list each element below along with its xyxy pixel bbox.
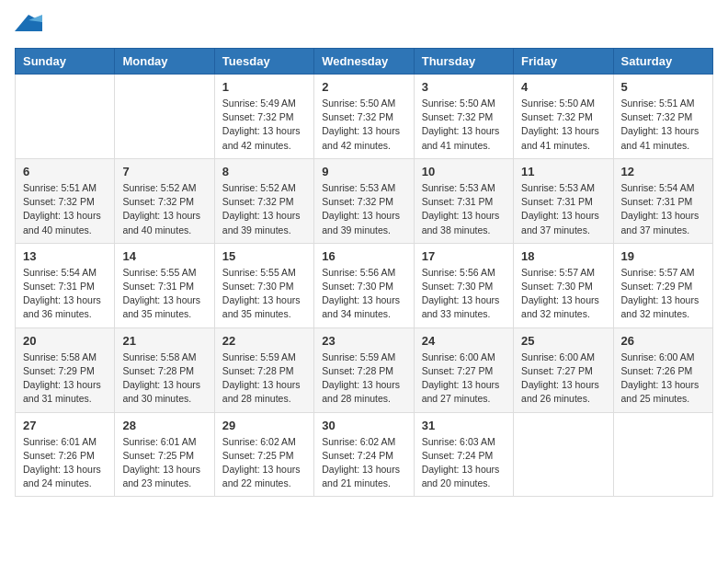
day-info: Sunrise: 5:58 AMSunset: 7:28 PMDaylight:… bbox=[122, 350, 206, 407]
calendar-cell: 21Sunrise: 5:58 AMSunset: 7:28 PMDayligh… bbox=[115, 327, 214, 412]
day-info: Sunrise: 5:50 AMSunset: 7:32 PMDaylight:… bbox=[322, 97, 405, 153]
day-number: 5 bbox=[621, 80, 705, 94]
day-info: Sunrise: 6:00 AMSunset: 7:27 PMDaylight:… bbox=[422, 350, 506, 407]
day-info: Sunrise: 5:54 AMSunset: 7:31 PMDaylight:… bbox=[23, 266, 107, 322]
day-info: Sunrise: 5:54 AMSunset: 7:31 PMDaylight:… bbox=[621, 181, 705, 237]
calendar-cell bbox=[514, 412, 613, 497]
day-info: Sunrise: 5:53 AMSunset: 7:31 PMDaylight:… bbox=[521, 181, 605, 237]
day-number: 3 bbox=[422, 80, 506, 94]
weekday-header: Saturday bbox=[613, 49, 712, 75]
calendar-cell: 4Sunrise: 5:50 AMSunset: 7:32 PMDaylight… bbox=[514, 75, 613, 159]
calendar-cell: 19Sunrise: 5:57 AMSunset: 7:29 PMDayligh… bbox=[613, 243, 712, 327]
day-number: 27 bbox=[23, 419, 107, 432]
calendar-cell bbox=[613, 412, 712, 497]
day-info: Sunrise: 6:02 AMSunset: 7:25 PMDaylight:… bbox=[222, 435, 306, 491]
day-info: Sunrise: 5:57 AMSunset: 7:29 PMDaylight:… bbox=[621, 266, 705, 322]
day-info: Sunrise: 5:57 AMSunset: 7:30 PMDaylight:… bbox=[521, 266, 605, 322]
day-number: 16 bbox=[322, 249, 405, 263]
day-number: 28 bbox=[122, 419, 206, 432]
day-number: 17 bbox=[422, 249, 506, 263]
day-number: 6 bbox=[23, 165, 107, 178]
calendar-header-row: SundayMondayTuesdayWednesdayThursdayFrid… bbox=[16, 49, 713, 75]
logo-icon bbox=[15, 15, 42, 37]
day-info: Sunrise: 5:49 AMSunset: 7:32 PMDaylight:… bbox=[222, 97, 306, 153]
day-number: 25 bbox=[521, 334, 605, 348]
calendar-cell: 5Sunrise: 5:51 AMSunset: 7:32 PMDaylight… bbox=[613, 75, 712, 159]
calendar-cell: 26Sunrise: 6:00 AMSunset: 7:26 PMDayligh… bbox=[613, 327, 712, 412]
day-number: 21 bbox=[122, 334, 206, 348]
day-info: Sunrise: 6:00 AMSunset: 7:27 PMDaylight:… bbox=[521, 350, 605, 407]
day-info: Sunrise: 5:51 AMSunset: 7:32 PMDaylight:… bbox=[621, 97, 705, 153]
calendar-cell: 31Sunrise: 6:03 AMSunset: 7:24 PMDayligh… bbox=[414, 412, 513, 497]
calendar-cell: 11Sunrise: 5:53 AMSunset: 7:31 PMDayligh… bbox=[514, 158, 613, 243]
day-number: 1 bbox=[222, 80, 306, 94]
calendar-cell: 1Sunrise: 5:49 AMSunset: 7:32 PMDaylight… bbox=[214, 75, 313, 159]
day-info: Sunrise: 5:53 AMSunset: 7:32 PMDaylight:… bbox=[322, 181, 405, 237]
day-info: Sunrise: 5:53 AMSunset: 7:31 PMDaylight:… bbox=[422, 181, 506, 237]
weekday-header: Tuesday bbox=[214, 49, 313, 75]
calendar-cell: 24Sunrise: 6:00 AMSunset: 7:27 PMDayligh… bbox=[414, 327, 513, 412]
calendar-week-row: 13Sunrise: 5:54 AMSunset: 7:31 PMDayligh… bbox=[16, 243, 713, 327]
day-number: 2 bbox=[322, 80, 405, 94]
day-number: 8 bbox=[222, 165, 306, 178]
calendar-cell: 6Sunrise: 5:51 AMSunset: 7:32 PMDaylight… bbox=[16, 158, 115, 243]
day-info: Sunrise: 6:00 AMSunset: 7:26 PMDaylight:… bbox=[621, 350, 705, 407]
day-info: Sunrise: 5:59 AMSunset: 7:28 PMDaylight:… bbox=[222, 350, 306, 407]
calendar: SundayMondayTuesdayWednesdayThursdayFrid… bbox=[15, 48, 713, 497]
day-info: Sunrise: 5:50 AMSunset: 7:32 PMDaylight:… bbox=[422, 97, 506, 153]
day-number: 26 bbox=[621, 334, 705, 348]
weekday-header: Sunday bbox=[16, 49, 115, 75]
calendar-cell: 17Sunrise: 5:56 AMSunset: 7:30 PMDayligh… bbox=[414, 243, 513, 327]
calendar-cell: 2Sunrise: 5:50 AMSunset: 7:32 PMDaylight… bbox=[314, 75, 414, 159]
day-info: Sunrise: 5:59 AMSunset: 7:28 PMDaylight:… bbox=[322, 350, 405, 407]
calendar-cell: 13Sunrise: 5:54 AMSunset: 7:31 PMDayligh… bbox=[16, 243, 115, 327]
calendar-cell: 30Sunrise: 6:02 AMSunset: 7:24 PMDayligh… bbox=[314, 412, 414, 497]
calendar-cell: 20Sunrise: 5:58 AMSunset: 7:29 PMDayligh… bbox=[16, 327, 115, 412]
page-header bbox=[15, 15, 713, 37]
day-number: 23 bbox=[322, 334, 405, 348]
day-number: 18 bbox=[521, 249, 605, 263]
calendar-cell: 18Sunrise: 5:57 AMSunset: 7:30 PMDayligh… bbox=[514, 243, 613, 327]
calendar-week-row: 1Sunrise: 5:49 AMSunset: 7:32 PMDaylight… bbox=[16, 75, 713, 159]
calendar-cell: 14Sunrise: 5:55 AMSunset: 7:31 PMDayligh… bbox=[115, 243, 214, 327]
day-info: Sunrise: 5:52 AMSunset: 7:32 PMDaylight:… bbox=[222, 181, 306, 237]
calendar-cell: 10Sunrise: 5:53 AMSunset: 7:31 PMDayligh… bbox=[414, 158, 513, 243]
day-number: 14 bbox=[122, 249, 206, 263]
day-number: 13 bbox=[23, 249, 107, 263]
day-info: Sunrise: 5:51 AMSunset: 7:32 PMDaylight:… bbox=[23, 181, 107, 237]
weekday-header: Friday bbox=[514, 49, 613, 75]
day-number: 22 bbox=[222, 334, 306, 348]
day-number: 30 bbox=[322, 419, 405, 432]
day-number: 31 bbox=[422, 419, 506, 432]
calendar-cell: 15Sunrise: 5:55 AMSunset: 7:30 PMDayligh… bbox=[214, 243, 313, 327]
calendar-week-row: 27Sunrise: 6:01 AMSunset: 7:26 PMDayligh… bbox=[16, 412, 713, 497]
day-info: Sunrise: 5:52 AMSunset: 7:32 PMDaylight:… bbox=[122, 181, 206, 237]
day-info: Sunrise: 5:58 AMSunset: 7:29 PMDaylight:… bbox=[23, 350, 107, 407]
day-info: Sunrise: 6:01 AMSunset: 7:25 PMDaylight:… bbox=[122, 435, 206, 491]
day-number: 9 bbox=[322, 165, 405, 178]
calendar-cell: 3Sunrise: 5:50 AMSunset: 7:32 PMDaylight… bbox=[414, 75, 513, 159]
calendar-cell: 8Sunrise: 5:52 AMSunset: 7:32 PMDaylight… bbox=[214, 158, 313, 243]
calendar-cell: 28Sunrise: 6:01 AMSunset: 7:25 PMDayligh… bbox=[115, 412, 214, 497]
calendar-cell: 25Sunrise: 6:00 AMSunset: 7:27 PMDayligh… bbox=[514, 327, 613, 412]
calendar-cell: 7Sunrise: 5:52 AMSunset: 7:32 PMDaylight… bbox=[115, 158, 214, 243]
day-info: Sunrise: 6:02 AMSunset: 7:24 PMDaylight:… bbox=[322, 435, 405, 491]
day-info: Sunrise: 6:01 AMSunset: 7:26 PMDaylight:… bbox=[23, 435, 107, 491]
day-info: Sunrise: 5:55 AMSunset: 7:30 PMDaylight:… bbox=[222, 266, 306, 322]
calendar-cell: 12Sunrise: 5:54 AMSunset: 7:31 PMDayligh… bbox=[613, 158, 712, 243]
day-number: 4 bbox=[521, 80, 605, 94]
calendar-cell: 23Sunrise: 5:59 AMSunset: 7:28 PMDayligh… bbox=[314, 327, 414, 412]
calendar-cell: 16Sunrise: 5:56 AMSunset: 7:30 PMDayligh… bbox=[314, 243, 414, 327]
day-number: 10 bbox=[422, 165, 506, 178]
calendar-cell: 29Sunrise: 6:02 AMSunset: 7:25 PMDayligh… bbox=[214, 412, 313, 497]
day-number: 19 bbox=[621, 249, 705, 263]
day-number: 24 bbox=[422, 334, 506, 348]
calendar-cell: 27Sunrise: 6:01 AMSunset: 7:26 PMDayligh… bbox=[16, 412, 115, 497]
day-number: 7 bbox=[122, 165, 206, 178]
day-number: 11 bbox=[521, 165, 605, 178]
weekday-header: Wednesday bbox=[314, 49, 414, 75]
day-info: Sunrise: 5:56 AMSunset: 7:30 PMDaylight:… bbox=[422, 266, 506, 322]
day-number: 15 bbox=[222, 249, 306, 263]
day-info: Sunrise: 5:55 AMSunset: 7:31 PMDaylight:… bbox=[122, 266, 206, 322]
day-info: Sunrise: 5:56 AMSunset: 7:30 PMDaylight:… bbox=[322, 266, 405, 322]
